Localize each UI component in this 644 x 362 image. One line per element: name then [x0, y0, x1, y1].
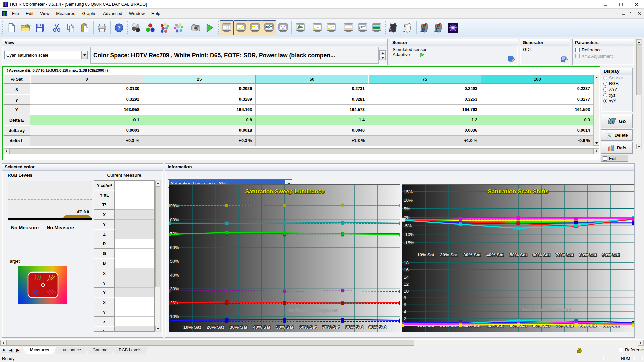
colorspace-spinner[interactable]: [379, 50, 386, 60]
bottom-reference-checkbox[interactable]: [619, 348, 623, 352]
scrollbar-thumb[interactable]: [636, 45, 641, 95]
view-free-measures-button[interactable]: [370, 20, 384, 35]
radio-button[interactable]: [603, 87, 607, 92]
effects-button[interactable]: [446, 20, 460, 35]
measure-scrollbar-thumb[interactable]: [155, 186, 160, 287]
top-vertical-scrollbar[interactable]: [636, 39, 642, 149]
measure-grayscale-button[interactable]: [129, 20, 143, 35]
edit-checkbox[interactable]: [603, 156, 607, 161]
capture-button[interactable]: [189, 20, 203, 35]
table-scroll-down-button[interactable]: [594, 141, 599, 146]
view-rgb-levels-button[interactable]: [262, 20, 276, 35]
target-color-map[interactable]: [18, 266, 67, 304]
maximize-button[interactable]: [613, 0, 629, 9]
tab-rgb-levels[interactable]: RGB Levels: [111, 347, 149, 354]
display-option-xyy[interactable]: xyY: [601, 98, 632, 104]
view-nearwhite-button[interactable]: [324, 20, 338, 35]
display-option-rgb[interactable]: RGB: [601, 81, 632, 86]
scroll-down-button[interactable]: [636, 144, 641, 149]
menu-item-measures[interactable]: Measures: [53, 10, 78, 17]
tab-next-button[interactable]: ▶: [15, 347, 21, 353]
view-luminance-button[interactable]: [248, 20, 262, 35]
mdi-close-button[interactable]: [636, 10, 643, 17]
tab-prev-button[interactable]: ◀: [8, 347, 14, 353]
mdi-restore-button[interactable]: [628, 10, 635, 17]
paste-button[interactable]: [78, 20, 92, 35]
tab-luminance[interactable]: Luminance: [53, 347, 89, 354]
view-scale-dropdown-button[interactable]: [81, 51, 87, 59]
cut-button[interactable]: [50, 20, 64, 35]
open-file-button[interactable]: [18, 20, 33, 35]
radio-button[interactable]: [603, 82, 607, 86]
view-cie-chart-button[interactable]: [293, 20, 307, 35]
mdi-minimize-button[interactable]: [620, 10, 627, 17]
toolbar-grip[interactable]: [127, 21, 128, 35]
main-scroll-left-button[interactable]: [0, 340, 6, 346]
measure-secondaries-button[interactable]: [157, 20, 171, 35]
copy-button[interactable]: [64, 20, 78, 35]
measure-all-button[interactable]: [171, 20, 185, 35]
menu-item-help[interactable]: Help: [148, 10, 164, 17]
close-button[interactable]: [629, 0, 644, 9]
view-sat-shift-button[interactable]: [341, 20, 356, 35]
toolbar-grip[interactable]: [218, 21, 219, 35]
print-button[interactable]: [95, 20, 109, 35]
view-color-temp-button[interactable]: [356, 20, 370, 35]
view-nearblack-button[interactable]: [310, 20, 324, 35]
spinner-up-button[interactable]: [380, 51, 385, 55]
radio-button[interactable]: [603, 93, 607, 97]
new-file-button[interactable]: [4, 20, 18, 35]
save-button[interactable]: [33, 20, 47, 35]
film-primaries-button[interactable]: [418, 20, 432, 35]
main-horizontal-scrollbar[interactable]: [0, 339, 644, 346]
edit-toggle[interactable]: Edit: [601, 155, 628, 162]
table-scroll-up-button[interactable]: [594, 75, 599, 80]
refs-button[interactable]: Refs: [601, 142, 633, 154]
menu-item-file[interactable]: File: [9, 10, 22, 17]
minimize-button[interactable]: [598, 0, 613, 9]
help-button[interactable]: ?: [112, 20, 126, 35]
radio-button[interactable]: [603, 99, 607, 103]
toolbar-grip[interactable]: [2, 21, 3, 35]
film-free-button[interactable]: [401, 20, 415, 35]
table-scroll-left-button[interactable]: [4, 148, 9, 154]
menu-item-advanced[interactable]: Advanced: [100, 10, 126, 17]
view-scale-select[interactable]: Cyan saturation scale: [4, 51, 88, 59]
display-option-xyz[interactable]: xyz: [601, 92, 632, 98]
menu-item-window[interactable]: Window: [126, 10, 148, 17]
run-measures-button[interactable]: [203, 20, 217, 35]
delete-button[interactable]: Delete: [601, 129, 633, 141]
toolbar-grip[interactable]: [385, 21, 386, 35]
tab-gamma[interactable]: Gamma: [85, 347, 115, 354]
menu-item-graphs[interactable]: Graphs: [78, 10, 100, 17]
table-hscroll-thumb[interactable]: [9, 148, 594, 154]
display-option-xyz[interactable]: XYZ: [601, 86, 632, 92]
measure-scroll-up-button[interactable]: [155, 181, 160, 186]
tab-measures[interactable]: Measures: [22, 347, 57, 354]
film-secondaries-button[interactable]: [432, 20, 446, 35]
reference-checkbox[interactable]: [575, 48, 580, 52]
colorspace-summary[interactable]: Color Space: HDTV Rec709 , White Point: …: [90, 47, 379, 64]
reference-toggle[interactable]: Reference: [619, 347, 644, 352]
go-button[interactable]: Go: [601, 114, 633, 128]
view-neargray-button[interactable]: [276, 20, 290, 35]
scroll-up-button[interactable]: [636, 39, 641, 45]
generator-config-icon[interactable]: [560, 56, 568, 63]
measure-primaries-button[interactable]: [143, 20, 157, 35]
table-vertical-scrollbar[interactable]: [594, 75, 599, 146]
view-measures-button[interactable]: [220, 20, 234, 35]
tab-close-button[interactable]: X: [1, 347, 7, 353]
main-hscroll-thumb[interactable]: [6, 340, 414, 346]
menu-item-edit[interactable]: Edit: [22, 10, 37, 17]
resize-grip[interactable]: [636, 356, 643, 361]
main-scroll-right-button[interactable]: [638, 340, 644, 346]
film-measures-button[interactable]: [387, 20, 401, 35]
menu-item-view[interactable]: View: [37, 10, 53, 17]
measure-vertical-scrollbar[interactable]: [155, 180, 161, 332]
table-horizontal-scrollbar[interactable]: [3, 148, 599, 154]
sensor-run-icon[interactable]: [419, 52, 425, 57]
spinner-down-button[interactable]: [380, 55, 385, 60]
reference-checkbox-row[interactable]: Reference: [575, 47, 631, 52]
sensor-config-icon[interactable]: [507, 55, 515, 62]
measure-scroll-down-button[interactable]: [155, 326, 160, 331]
